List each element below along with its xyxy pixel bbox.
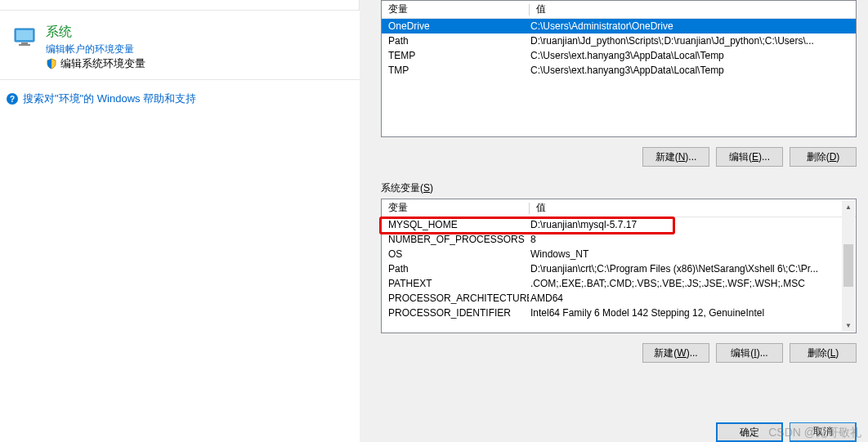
var-name: NUMBER_OF_PROCESSORS [382,234,529,245]
top-spacer [0,0,360,10]
var-value: D:\ruanjian\mysql-5.7.17 [529,219,856,230]
system-vars-label: 系统变量(S) [381,181,857,195]
scroll-track[interactable] [842,213,855,319]
monitor-icon [13,27,36,47]
edit-system-env-link[interactable]: 编辑系统环境变量 [46,56,145,71]
table-row[interactable]: NUMBER_OF_PROCESSORS8 [382,232,856,247]
svg-rect-2 [21,42,28,44]
system-category-text: 系统 编辑帐户的环境变量 编辑系统环境变量 [46,24,145,71]
table-row[interactable]: PATHEXT.COM;.EXE;.BAT;.CMD;.VBS;.VBE;.JS… [382,276,856,291]
svg-rect-3 [19,44,30,46]
scroll-thumb[interactable] [843,244,853,287]
user-table-header: 变量 值 [382,1,856,19]
edit-account-env-link[interactable]: 编辑帐户的环境变量 [46,42,145,56]
system-category-row: 系统 编辑帐户的环境变量 编辑系统环境变量 [0,19,360,71]
var-name: Path [382,35,529,47]
system-title: 系统 [46,24,145,41]
shield-icon [46,58,57,69]
var-name: PROCESSOR_IDENTIFIER [382,307,529,319]
delete-user-var-button[interactable]: 删除(D) [790,147,857,167]
var-name: PATHEXT [382,278,529,289]
table-row[interactable]: MYSQL_HOMED:\ruanjian\mysql-5.7.17 [382,217,856,232]
env-vars-dialog: 变量 值 OneDriveC:\Users\Administrator\OneD… [360,0,868,442]
var-name: PROCESSOR_ARCHITECTURE [382,292,529,304]
edit-user-var-button[interactable]: 编辑(E)... [716,147,783,167]
var-name: Path [382,263,529,275]
new-sys-var-button[interactable]: 新建(W)... [642,343,709,363]
var-value: Windows_NT [529,248,856,260]
sys-table-body: MYSQL_HOMED:\ruanjian\mysql-5.7.17NUMBER… [382,217,856,320]
table-row[interactable]: PathD:\ruanjian\crt\;C:\Program Files (x… [382,261,856,276]
left-header: 系统 编辑帐户的环境变量 编辑系统环境变量 [0,0,360,80]
var-value: Intel64 Family 6 Model 142 Stepping 12, … [529,307,856,319]
var-value: 8 [529,234,856,245]
var-value: C:\Users\ext.hanyang3\AppData\Local\Temp [529,50,856,61]
user-button-row: 新建(N)... 编辑(E)... 删除(D) [381,147,857,167]
user-table-body: OneDriveC:\Users\Administrator\OneDriveP… [382,19,856,78]
col-value[interactable]: 值 [535,2,856,16]
var-value: D:\ruanjian\Jd_python\Scripts\;D:\ruanji… [529,35,856,47]
var-name: TMP [382,65,529,76]
scroll-down-icon[interactable]: ▼ [842,319,855,332]
table-row[interactable]: PathD:\ruanjian\Jd_python\Scripts\;D:\ru… [382,33,856,48]
table-row[interactable]: TMPC:\Users\ext.hanyang3\AppData\Local\T… [382,63,856,78]
var-name: OS [382,248,529,260]
sys-table-header: 变量 值 [382,199,856,217]
table-row[interactable]: PROCESSOR_ARCHITECTUREAMD64 [382,291,856,306]
edit-sys-var-button[interactable]: 编辑(I)... [716,343,783,363]
new-user-var-button[interactable]: 新建(N)... [642,147,709,167]
sys-button-row: 新建(W)... 编辑(I)... 删除(L) [381,343,857,363]
header-separator [529,4,530,16]
var-value: .COM;.EXE;.BAT;.CMD;.VBS;.VBE;.JS;.JSE;.… [529,278,856,289]
var-value: AMD64 [529,292,856,304]
watermark: CSDN @见哥敬礼 [768,426,861,440]
col-variable[interactable]: 变量 [382,2,529,16]
table-row[interactable]: TEMPC:\Users\ext.hanyang3\AppData\Local\… [382,48,856,63]
table-row[interactable]: OneDriveC:\Users\Administrator\OneDrive [382,19,856,33]
table-row[interactable]: OSWindows_NT [382,247,856,261]
sys-scrollbar[interactable]: ▲ ▼ [842,200,855,332]
info-icon: ? [7,93,18,105]
help-search-text: 搜索对"环境"的 Windows 帮助和支持 [23,92,196,106]
col-value[interactable]: 值 [535,201,856,215]
separator [0,10,360,11]
user-vars-table[interactable]: 变量 值 OneDriveC:\Users\Administrator\OneD… [381,0,857,137]
scroll-up-icon[interactable]: ▲ [842,200,855,213]
var-value: C:\Users\Administrator\OneDrive [529,20,856,32]
system-vars-table[interactable]: 变量 值 MYSQL_HOMED:\ruanjian\mysql-5.7.17N… [381,199,857,333]
table-row[interactable]: PROCESSOR_IDENTIFIERIntel64 Family 6 Mod… [382,306,856,320]
help-search-row[interactable]: ? 搜索对"环境"的 Windows 帮助和支持 [0,80,360,106]
col-variable[interactable]: 变量 [382,201,529,215]
var-name: TEMP [382,50,529,61]
var-value: C:\Users\ext.hanyang3\AppData\Local\Temp [529,65,856,76]
svg-rect-1 [16,30,33,40]
var-value: D:\ruanjian\crt\;C:\Program Files (x86)\… [529,263,856,275]
var-name: MYSQL_HOME [382,219,529,230]
control-panel-left-pane: 系统 编辑帐户的环境变量 编辑系统环境变量 ? 搜索对"环境"的 Windows… [0,0,360,442]
header-separator [529,203,530,214]
var-name: OneDrive [382,20,529,32]
delete-sys-var-button[interactable]: 删除(L) [790,343,857,363]
edit-system-env-label: 编辑系统环境变量 [60,56,145,71]
